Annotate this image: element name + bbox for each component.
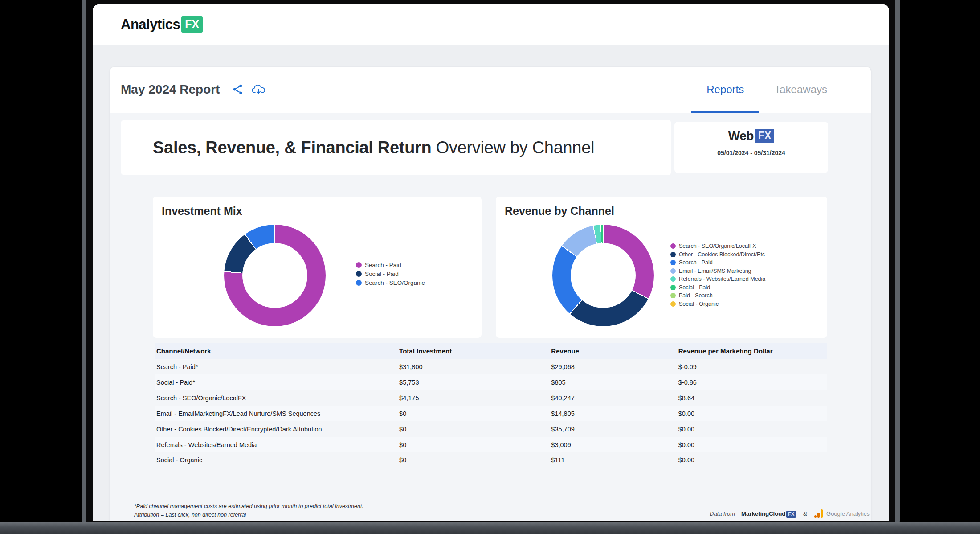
table-row: Email - EmailMarketingFX/Lead Nurture/SM… [155, 406, 827, 421]
legend-label: Social - Paid [679, 284, 710, 291]
content-area: May 2024 Report [93, 45, 889, 521]
legend-swatch-icon [670, 285, 676, 290]
legend-item: Social - Organic [670, 301, 765, 307]
table-cell: Search - Paid* [155, 359, 397, 374]
legend-swatch-icon [670, 293, 676, 298]
report-tabs: Reports Takeaways [691, 67, 842, 112]
legend-swatch-icon [356, 280, 362, 286]
investment-mix-donut-chart [224, 225, 326, 326]
report-page: Sales, Revenue, & Financial Return Overv… [110, 113, 871, 521]
revenue-by-channel-title: Revenue by Channel [505, 205, 614, 218]
table-row: Social - Organic$0$111$0.00 [155, 452, 827, 468]
cloud-download-icon[interactable] [252, 83, 266, 95]
report-title: Sales, Revenue, & Financial Return Overv… [153, 138, 594, 157]
legend-label: Search - Paid [365, 262, 401, 268]
legend-label: Search - SEO/Organic [365, 279, 425, 286]
table-cell: $111 [549, 452, 676, 468]
top-app-bar: AnalyticsFX [93, 4, 889, 45]
marketingcloudfx-fx-badge: FX [786, 511, 796, 518]
logo-fx-badge: FX [181, 16, 203, 33]
revenue-by-channel-legend: Search - SEO/Organic/LocalFXOther - Cook… [670, 243, 765, 307]
table-cell: $0 [397, 437, 549, 452]
laptop-base [0, 522, 980, 534]
logo-word: Analytics [121, 16, 180, 33]
data-attribution: Data from MarketingCloudFX & Google Anal… [710, 509, 870, 518]
table-cell: $14,805 [549, 406, 676, 421]
marketingcloudfx-logo: MarketingCloudFX [741, 509, 796, 518]
webfx-logo-word: Web [728, 129, 754, 143]
app-window: AnalyticsFX May 2024 Report [93, 4, 889, 521]
table-cell: $0 [397, 421, 549, 437]
tab-takeaways-label: Takeaways [774, 83, 827, 96]
ampersand: & [803, 510, 807, 517]
legend-item: Search - SEO/Organic [356, 279, 425, 286]
channel-table: Channel/NetworkTotal InvestmentRevenueRe… [155, 343, 827, 468]
table-cell: $0.00 [677, 421, 827, 437]
legend-swatch-icon [670, 252, 676, 257]
table-cell: Referrals - Websites/Earned Media [155, 437, 397, 452]
legend-label: Search - SEO/Organic/LocalFX [679, 243, 756, 249]
table-body: Search - Paid*$31,800$29,068$-0.09Social… [155, 359, 827, 468]
table-row: Other - Cookies Blocked/Direct/Encrypted… [155, 421, 827, 437]
revenue-by-channel-panel: Revenue by Channel Search - SEO/Organic/… [496, 197, 827, 338]
table-cell: $0.00 [677, 452, 827, 468]
table-header-cell: Channel/Network [155, 343, 397, 359]
table-header-cell: Total Investment [397, 343, 549, 359]
table-cell: $3,009 [549, 437, 676, 452]
google-analytics-icon [814, 509, 823, 518]
table-cell: $805 [549, 374, 676, 390]
legend-item: Social - Paid [356, 271, 425, 277]
legend-swatch-icon [670, 260, 676, 265]
legend-item: Search - Paid [670, 259, 765, 266]
table-cell: $0.00 [677, 437, 827, 452]
table-cell: $-0.86 [677, 374, 827, 390]
table-cell: Email - EmailMarketingFX/Lead Nurture/SM… [155, 406, 397, 421]
legend-label: Paid - Search [679, 292, 713, 299]
investment-mix-legend: Search - PaidSocial - PaidSearch - SEO/O… [356, 262, 425, 286]
legend-item: Social - Paid [670, 284, 765, 291]
table-cell: $31,800 [397, 359, 549, 374]
analyticsfx-logo: AnalyticsFX [121, 4, 203, 45]
legend-label: Referrals - Websites/Earned Media [679, 276, 765, 282]
channel-table-wrap: Channel/NetworkTotal InvestmentRevenueRe… [155, 343, 827, 468]
legend-label: Social - Paid [365, 271, 399, 277]
table-cell: $35,709 [549, 421, 676, 437]
table-cell: $40,247 [549, 390, 676, 406]
legend-item: Referrals - Websites/Earned Media [670, 276, 765, 282]
webfx-logo-fx-badge: FX [755, 129, 774, 143]
legend-label: Other - Cookies Blocked/Direct/Etc [679, 251, 765, 258]
legend-label: Email - Email/SMS Marketing [679, 268, 751, 274]
webfx-logo: WebFX [674, 129, 828, 143]
table-cell: Social - Organic [155, 452, 397, 468]
table-cell: Search - SEO/Organic/LocalFX [155, 390, 397, 406]
legend-swatch-icon [356, 262, 362, 268]
investment-mix-title: Investment Mix [162, 205, 242, 218]
report-name: May 2024 Report [121, 82, 220, 97]
table-row: Referrals - Websites/Earned Media$0$3,00… [155, 437, 827, 452]
tab-reports[interactable]: Reports [691, 67, 759, 112]
table-cell: $5,753 [397, 374, 549, 390]
legend-swatch-icon [356, 271, 362, 277]
tab-takeaways[interactable]: Takeaways [759, 67, 842, 112]
tab-reports-label: Reports [706, 83, 744, 96]
table-row: Social - Paid*$5,753$805$-0.86 [155, 374, 827, 390]
legend-label: Social - Organic [679, 301, 719, 307]
footnote-line: Attribution = Last click, non direct non… [134, 511, 363, 519]
table-cell: Other - Cookies Blocked/Direct/Encrypted… [155, 421, 397, 437]
share-icon[interactable] [232, 83, 244, 95]
legend-swatch-icon [670, 276, 676, 282]
table-header-cell: Revenue [549, 343, 676, 359]
legend-item: Search - SEO/Organic/LocalFX [670, 243, 765, 249]
legend-item: Paid - Search [670, 292, 765, 299]
table-row: Search - SEO/Organic/LocalFX$4,175$40,24… [155, 390, 827, 406]
report-title-regular: Overview by Channel [431, 138, 594, 157]
footnotes: *Paid channel management costs are estim… [134, 502, 363, 519]
investment-mix-panel: Investment Mix Search - PaidSocial - Pai… [153, 197, 482, 338]
report-title-panel: Sales, Revenue, & Financial Return Overv… [121, 120, 671, 175]
table-header-row: Channel/NetworkTotal InvestmentRevenueRe… [155, 343, 827, 359]
table-header-cell: Revenue per Marketing Dollar [677, 343, 827, 359]
table-cell: $29,068 [549, 359, 676, 374]
report-date-range: 05/01/2024 - 05/31/2024 [674, 149, 828, 156]
table-cell: $-0.09 [677, 359, 827, 374]
table-cell: $0 [397, 406, 549, 421]
